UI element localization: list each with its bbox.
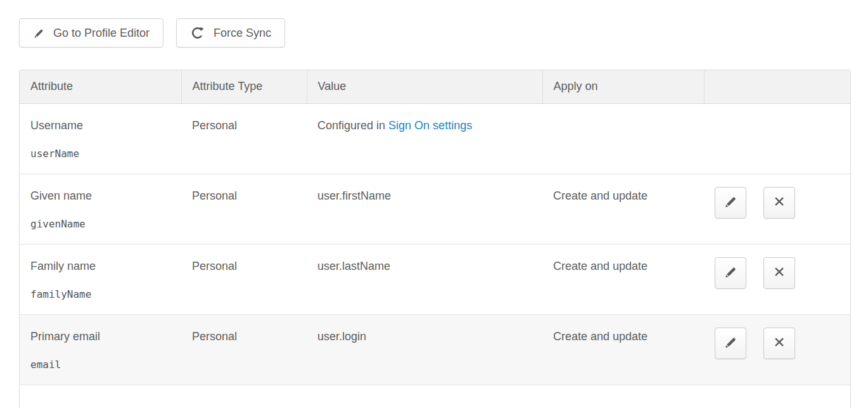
delete-attribute-button[interactable] [763,257,795,289]
apply-on-cell: Create and update [542,244,704,314]
toolbar: Go to Profile Editor Force Sync [19,18,868,48]
attribute-mappings-table: Attribute Attribute Type Value Apply on … [19,70,851,408]
table-row-username: Username userName Personal Configured in… [20,103,850,174]
table-row-primary-email: Primary email email Personal user.login … [20,314,850,385]
table-header-row: Attribute Attribute Type Value Apply on [20,70,850,103]
attribute-label: Given name [30,189,170,203]
table-row-partial [20,385,850,408]
pencil-icon [724,265,738,281]
attribute-type-cell: Personal [181,314,307,385]
force-sync-label: Force Sync [214,27,271,40]
attribute-variable-name: email [30,359,170,371]
attribute-variable-name: givenName [30,218,170,230]
actions-cell [704,103,850,174]
force-sync-button[interactable]: Force Sync [176,18,285,48]
actions-cell [704,174,850,244]
close-icon [772,335,786,351]
value-cell: user.firstName [307,174,542,244]
delete-attribute-button[interactable] [763,187,795,219]
go-to-profile-editor-button[interactable]: Go to Profile Editor [19,18,163,48]
attribute-label: Primary email [30,330,170,343]
close-icon [772,194,786,210]
apply-on-cell: Create and update [542,174,704,244]
refresh-icon [190,25,205,41]
edit-attribute-button[interactable] [715,328,746,359]
go-to-profile-editor-label: Go to Profile Editor [53,27,150,40]
attribute-variable-name: userName [30,148,170,160]
apply-on-cell: Create and update [542,314,704,385]
value-cell: user.lastName [307,244,542,314]
value-cell: user.login [307,314,542,385]
attribute-label: Family name [30,260,170,273]
delete-attribute-button[interactable] [763,328,795,359]
value-cell: Configured inSign On settings [307,103,542,174]
value-prefix-text: Configured in [317,119,385,132]
column-header-apply-on: Apply on [542,70,704,103]
actions-cell [704,314,850,385]
sign-on-settings-link[interactable]: Sign On settings [388,119,472,132]
column-header-value: Value [307,70,542,103]
actions-cell [704,244,850,314]
attribute-type-cell: Personal [181,174,307,244]
column-header-attribute-type: Attribute Type [181,70,307,103]
close-icon [772,265,786,281]
edit-attribute-button[interactable] [715,257,746,289]
column-header-attribute: Attribute [20,70,181,103]
pencil-icon [724,194,738,211]
attribute-type-cell: Personal [181,103,307,174]
edit-attribute-button[interactable] [715,187,746,219]
pencil-icon [724,335,738,352]
apply-on-cell [542,103,704,174]
attribute-type-cell: Personal [181,244,307,314]
pencil-icon [33,27,45,39]
attribute-label: Username [30,119,170,132]
column-header-actions [704,70,850,103]
attribute-variable-name: familyName [30,288,170,300]
table-row-family-name: Family name familyName Personal user.las… [20,244,850,314]
attribute-mappings-page: Go to Profile Editor Force Sync Attribut… [0,0,868,408]
table-row-given-name: Given name givenName Personal user.first… [20,174,850,244]
